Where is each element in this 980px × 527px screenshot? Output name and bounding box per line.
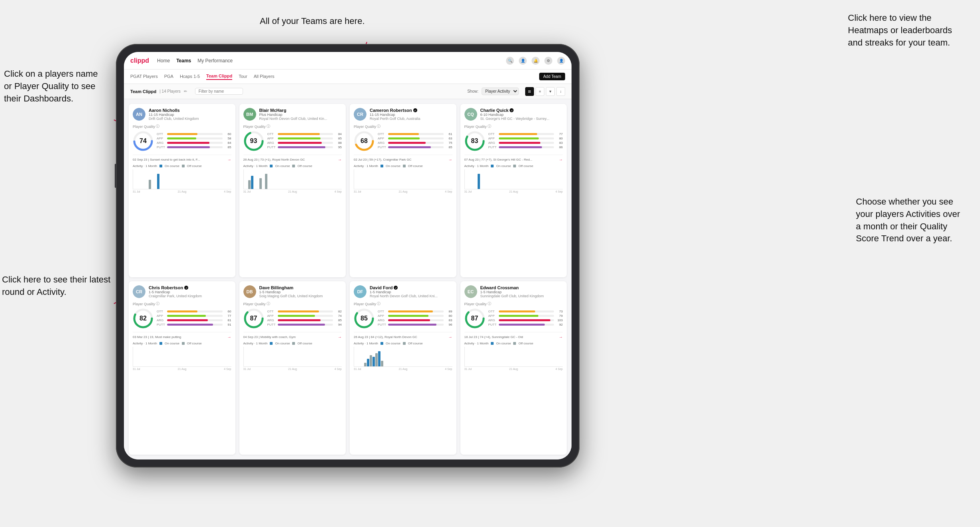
quality-circle[interactable]: 82 [133,308,153,329]
quality-circle[interactable]: 74 [133,131,153,151]
player-avatar[interactable]: DB [243,285,256,298]
player-avatar[interactable]: EC [464,285,477,298]
player-card[interactable]: CR Chris Robertson✓ 1-5 Handicap Craigmi… [129,281,235,455]
list-view-button[interactable]: ≡ [536,87,544,96]
profile-icon[interactable]: 👤 [519,57,527,65]
player-name[interactable]: David Ford✓ [370,285,452,290]
player-name[interactable]: Cameron Robertson✓ [370,108,452,113]
search-input[interactable] [195,88,243,95]
player-name[interactable]: Blair McHarg [259,108,342,113]
player-avatar[interactable]: CR [354,108,367,121]
stat-row-putt: PUTT 94 [267,323,342,326]
stat-row-putt: PUTT 92 [488,323,563,326]
sub-nav-all-players[interactable]: All Players [254,74,275,80]
player-name[interactable]: Dave Billingham [259,285,342,290]
round-arrow-icon: → [448,335,452,339]
sort-button[interactable]: ↕ [556,87,565,96]
edit-icon[interactable]: ✏ [184,89,187,93]
activity-chart [133,169,231,189]
quality-circle[interactable]: 93 [243,131,264,151]
activity-chart [243,347,342,367]
off-course-legend-dot [513,342,516,345]
player-avatar[interactable]: AN [133,108,145,121]
player-header: BM Blair McHarg Plus Handicap Royal Nort… [243,108,342,121]
verified-badge: ✓ [413,108,417,112]
verified-badge: ✓ [510,108,514,112]
stat-row-app: APP 85 [267,137,342,140]
player-name[interactable]: Aaron Nicholls [149,108,231,113]
bell-icon[interactable]: 🔔 [532,57,540,65]
sub-nav-hcaps[interactable]: Hcaps 1-5 [180,74,200,80]
player-card[interactable]: EC Edward Crossman 1-5 Handicap Sunningd… [460,281,567,455]
player-card[interactable]: CR Cameron Robertson✓ 11-15 Handicap Roy… [350,104,456,277]
activity-chart [354,347,452,367]
quality-circle[interactable]: 87 [243,308,264,329]
player-card[interactable]: CQ Charlie Quick✓ 6-10 Handicap St. Geor… [460,104,567,277]
app-logo[interactable]: clippd [130,57,149,64]
nav-teams[interactable]: Teams [176,58,191,64]
stat-row-arg: ARG 85 [267,318,342,322]
nav-home[interactable]: Home [157,58,170,64]
last-round[interactable]: 26 Aug 23 | 84 (+12), Royal North Devon … [354,332,452,339]
player-avatar[interactable]: CR [133,285,145,298]
last-round[interactable]: 02 Jul 23 | 59 (+17), Craigmillar Park G… [354,155,452,162]
player-card[interactable]: DF David Ford✓ 1-5 Handicap Royal North … [350,281,456,455]
nav-my-performance[interactable]: My Performance [197,58,233,64]
team-title: Team Clippd [130,89,156,94]
off-course-label: Off course [297,342,312,345]
player-header: CQ Charlie Quick✓ 6-10 Handicap St. Geor… [464,108,563,121]
user-avatar-icon[interactable]: 👤 [557,57,565,65]
player-name[interactable]: Chris Robertson✓ [149,285,231,290]
stat-row-ott: OTT 60 [157,310,231,313]
sub-nav-tour[interactable]: Tour [239,74,247,80]
quality-number: 68 [361,137,368,145]
player-header: DB Dave Billingham 1-5 Handicap Soig Mag… [243,285,342,298]
player-name[interactable]: Charlie Quick✓ [480,108,563,113]
quality-number: 87 [250,315,257,322]
last-round[interactable]: 18 Jul 23 | 74 (+4), Sunningdale GC - Ol… [464,332,563,339]
add-team-button[interactable]: Add Team [539,73,565,80]
player-card[interactable]: AN Aaron Nicholls 11-15 Handicap Drift G… [129,104,235,277]
last-round[interactable]: 02 Sep 23 | Sunset round to get back int… [133,155,231,162]
last-round[interactable]: 03 Mar 23 | 19, Must make putting → [133,332,231,339]
activity-section: Activity · 1 Month On course Off course … [133,164,231,194]
player-name[interactable]: Edward Crossman [480,285,563,290]
search-icon[interactable]: 🔍 [506,57,514,65]
x-label-3: 4 Sep [445,190,452,193]
x-label-1: 31 Jul [464,368,472,370]
sub-nav-pga[interactable]: PGA [164,74,173,80]
annotation-top-center: All of your Teams are here. [260,15,365,28]
last-round[interactable]: 07 Aug 23 | 77 (+7), St George's Hill GC… [464,155,563,162]
player-avatar[interactable]: BM [243,108,256,121]
activity-title: Activity · 1 Month [464,342,489,345]
last-round[interactable]: 04 Sep 23 | Mobility with coach, Gym → [243,332,342,339]
player-avatar[interactable]: DF [354,285,367,298]
last-round[interactable]: 26 Aug 23 | 73 (+1), Royal North Devon G… [243,155,342,162]
player-header: CR Cameron Robertson✓ 11-15 Handicap Roy… [354,108,452,121]
chart-bars [133,347,231,366]
quality-circle[interactable]: 87 [464,308,485,329]
chart-bars [465,347,563,366]
x-label-2: 21 Aug [399,368,408,370]
quality-label: Player Quality ⓘ [243,124,342,129]
grid-view-button[interactable]: ⊞ [525,87,534,96]
settings-icon[interactable]: ⚙ [544,57,552,65]
quality-circle[interactable]: 68 [354,131,374,151]
show-select[interactable]: Player Activity [482,88,519,95]
last-round-text: 03 Mar 23 | 19, Must make putting [133,335,181,339]
quality-circle[interactable]: 83 [464,131,485,151]
off-course-legend-dot [403,342,406,345]
sub-nav-pgat[interactable]: PGAT Players [130,74,158,80]
on-course-label: On course [496,342,511,345]
activity-label-row: Activity · 1 Month On course Off course [243,342,342,345]
player-handicap: 1-5 Handicap [149,290,231,294]
stat-row-app: APP 63 [378,137,452,140]
chart-x-labels: 31 Jul 21 Aug 4 Sep [354,189,452,194]
filter-button[interactable]: ▼ [546,87,555,96]
stats-grid: OTT 73 APP 79 ARG 103 PUTT 92 [488,310,563,327]
player-avatar[interactable]: CQ [464,108,477,121]
sub-nav-team-clippd[interactable]: Team Clippd [206,74,232,80]
player-card[interactable]: BM Blair McHarg Plus Handicap Royal Nort… [239,104,346,277]
player-card[interactable]: DB Dave Billingham 1-5 Handicap Soig Mag… [239,281,346,455]
quality-circle[interactable]: 85 [354,308,374,329]
